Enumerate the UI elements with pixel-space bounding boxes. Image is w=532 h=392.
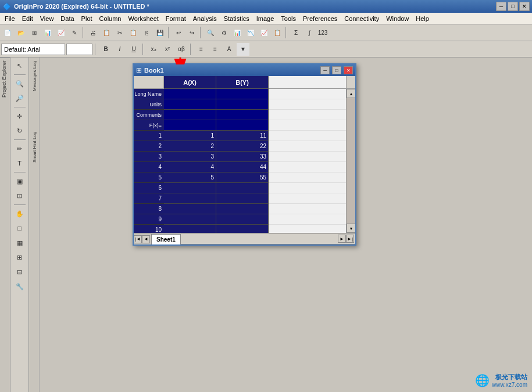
menu-item-plot[interactable]: Plot — [78, 14, 96, 23]
underline-button[interactable]: U — [127, 43, 140, 56]
cell-a-6[interactable] — [164, 183, 216, 193]
vt-move[interactable]: ✛ — [13, 109, 27, 123]
cell-b-units[interactable] — [216, 99, 269, 110]
vt-rect[interactable]: □ — [13, 221, 27, 235]
vt-range[interactable]: ⊡ — [13, 189, 27, 203]
cell-a-2[interactable]: 2 — [164, 141, 216, 152]
tab-scroll-right-arrow[interactable]: ► — [338, 235, 346, 243]
cell-a-3[interactable]: 3 — [164, 152, 216, 162]
col-header-a[interactable]: A(X) — [164, 76, 216, 89]
font-dropdown[interactable]: Default: Arial — [1, 44, 65, 55]
tb-btn-11[interactable]: ⎘ — [140, 26, 153, 39]
menu-item-column[interactable]: Column — [96, 14, 125, 23]
vt-region[interactable]: ▣ — [13, 174, 27, 188]
tb-btn-17[interactable]: 📊 — [231, 26, 244, 39]
tb-btn-19[interactable]: 📈 — [258, 26, 270, 39]
tb-btn-22[interactable]: ∫ — [303, 26, 316, 39]
cell-b-4[interactable]: 44 — [216, 162, 269, 172]
size-dropdown[interactable] — [66, 44, 92, 55]
sheet-tab-1[interactable]: Sheet1 — [151, 234, 181, 244]
vt-btn-d[interactable]: 🔧 — [13, 279, 27, 293]
cell-b-5[interactable]: 55 — [216, 172, 269, 183]
book-restore-button[interactable]: □ — [332, 66, 341, 74]
vt-btn-a[interactable]: ▦ — [13, 236, 27, 250]
cell-a-8[interactable] — [164, 204, 216, 214]
tb-btn-7[interactable]: 🖨 — [87, 26, 99, 39]
menu-item-image[interactable]: Image — [253, 14, 278, 23]
cell-b-9[interactable] — [216, 214, 269, 225]
tb-btn-8[interactable]: 📋 — [100, 26, 113, 39]
menu-item-view[interactable]: View — [37, 14, 58, 23]
cell-a-fx[interactable] — [164, 120, 216, 131]
cell-a-7[interactable] — [164, 193, 216, 204]
new-button[interactable]: 📄 — [1, 26, 14, 39]
menu-item-data[interactable]: Data — [57, 14, 77, 23]
menu-item-help[interactable]: Help — [412, 14, 433, 23]
scroll-down-arrow[interactable]: ▼ — [347, 224, 355, 233]
cell-b-2[interactable]: 22 — [216, 141, 269, 152]
book-close-button[interactable]: ✕ — [344, 66, 353, 74]
col-header-b[interactable]: B(Y) — [216, 76, 269, 89]
vt-text[interactable]: T — [13, 156, 27, 170]
tb-btn-23[interactable]: 123 — [316, 26, 329, 39]
vt-draw[interactable]: ✏ — [13, 142, 27, 156]
cell-b-fx[interactable] — [216, 120, 269, 131]
subscript-button[interactable]: x₂ — [147, 43, 160, 56]
menu-item-format[interactable]: Format — [162, 14, 190, 23]
tb-btn-15[interactable]: 🔍 — [204, 26, 217, 39]
cell-b-1[interactable]: 11 — [216, 131, 269, 141]
cell-b-comments[interactable] — [216, 110, 269, 120]
menu-item-preferences[interactable]: Preferences — [299, 14, 341, 23]
tb-btn-14[interactable]: ↪ — [185, 26, 198, 39]
superscript-button[interactable]: x² — [161, 43, 174, 56]
cell-a-4[interactable]: 4 — [164, 162, 216, 172]
symbol-button[interactable]: αβ — [175, 43, 188, 56]
tb-btn-13[interactable]: ↩ — [172, 26, 185, 39]
tb-btn-9[interactable]: ✂ — [113, 26, 126, 39]
tb-btn-5[interactable]: 📈 — [55, 26, 67, 39]
cell-a-5[interactable]: 5 — [164, 172, 216, 183]
vt-zoom-out[interactable]: 🔎 — [13, 91, 27, 105]
cell-b-3[interactable]: 33 — [216, 152, 269, 162]
cell-a-10[interactable] — [164, 225, 216, 233]
vt-btn-b[interactable]: ⊞ — [13, 250, 27, 264]
vertical-scrollbar[interactable]: ▲ ▼ — [346, 89, 355, 233]
vt-hand[interactable]: ✋ — [13, 207, 27, 221]
tab-scroll-last-arrow[interactable]: ►| — [346, 235, 354, 243]
scroll-track[interactable] — [347, 98, 355, 224]
menu-item-edit[interactable]: Edit — [19, 14, 37, 23]
align-left-button[interactable]: ≡ — [195, 43, 208, 56]
tab-nav-first[interactable]: |◄ — [134, 235, 142, 243]
cell-b-8[interactable] — [216, 204, 269, 214]
menu-item-tools[interactable]: Tools — [277, 14, 299, 23]
menu-item-window[interactable]: Window — [383, 14, 412, 23]
menu-item-worksheet[interactable]: Worksheet — [124, 14, 162, 23]
cell-a-1[interactable]: 1 — [164, 131, 216, 141]
tb-btn-20[interactable]: 📋 — [271, 26, 284, 39]
vt-zoom-in[interactable]: 🔍 — [13, 77, 27, 91]
bold-button[interactable]: B — [99, 43, 112, 56]
tb-btn-4[interactable]: 📊 — [41, 26, 54, 39]
cell-b-longname[interactable] — [216, 89, 269, 99]
menu-item-connectivity[interactable]: Connectivity — [341, 14, 383, 23]
menu-item-statistics[interactable]: Statistics — [220, 14, 253, 23]
open-button[interactable]: 📂 — [15, 26, 27, 39]
vt-btn-c[interactable]: ⊟ — [13, 265, 27, 279]
tb-btn-6[interactable]: ✎ — [68, 26, 81, 39]
tb-btn-3[interactable]: ⊞ — [28, 26, 41, 39]
fill-color-button[interactable]: ▼ — [237, 43, 249, 56]
cell-b-7[interactable] — [216, 193, 269, 204]
minimize-button[interactable]: ─ — [496, 2, 506, 11]
tb-btn-10[interactable]: 📋 — [127, 26, 140, 39]
maximize-button[interactable]: □ — [508, 2, 518, 11]
tb-btn-16[interactable]: ⚙ — [217, 26, 230, 39]
book-minimize-button[interactable]: ─ — [320, 66, 330, 74]
tab-nav-prev[interactable]: ◄ — [142, 235, 150, 243]
tb-btn-21[interactable]: Σ — [290, 26, 302, 39]
scroll-up-arrow[interactable]: ▲ — [347, 89, 355, 98]
menu-item-analysis[interactable]: Analysis — [190, 14, 220, 23]
vt-arrow-tool[interactable]: ↖ — [13, 59, 27, 73]
italic-button[interactable]: I — [113, 43, 126, 56]
close-button[interactable]: ✕ — [519, 2, 530, 11]
tb-btn-18[interactable]: 📉 — [244, 26, 257, 39]
